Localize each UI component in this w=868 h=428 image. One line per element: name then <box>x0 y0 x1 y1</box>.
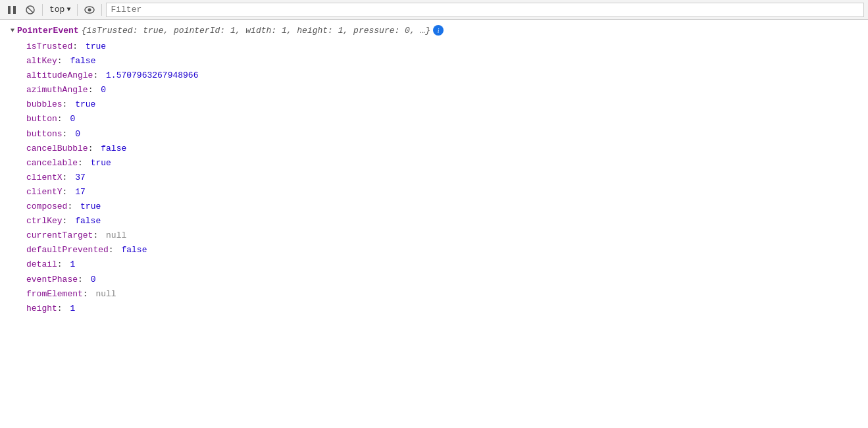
property-row: button: 0 <box>26 112 857 126</box>
property-row: altKey: false <box>26 54 857 68</box>
prop-value: 1.5707963267948966 <box>106 68 198 83</box>
prop-colon: : <box>93 228 103 243</box>
prop-name: clientX <box>26 171 63 185</box>
prop-name: currentTarget <box>26 228 93 243</box>
context-selector[interactable]: top ▼ <box>47 3 73 16</box>
property-row: composed: true <box>26 200 857 214</box>
svg-line-3 <box>28 7 33 13</box>
property-row: defaultPrevented: false <box>26 243 857 257</box>
prop-colon: : <box>63 97 73 112</box>
prop-colon: : <box>72 40 83 54</box>
prop-name: eventPhase <box>26 273 78 287</box>
prop-name: fromElement <box>26 287 83 302</box>
eye-button[interactable] <box>82 2 97 18</box>
prop-name: button <box>26 112 57 126</box>
prop-value: 0 <box>70 112 75 126</box>
prop-name: buttons <box>26 127 63 142</box>
prop-name: cancelBubble <box>26 142 88 156</box>
block-button[interactable] <box>22 2 38 18</box>
prop-value: 0 <box>101 83 106 97</box>
event-summary: {isTrusted: true, pointerId: 1, width: 1… <box>82 26 431 36</box>
info-badge[interactable]: i <box>433 25 444 36</box>
svg-point-5 <box>88 8 91 11</box>
property-row: azimuthAngle: 0 <box>26 83 857 97</box>
prop-name: composed <box>26 200 67 214</box>
svg-rect-1 <box>13 6 16 14</box>
property-row: ctrlKey: false <box>26 214 857 228</box>
property-row: height: 1 <box>26 302 857 316</box>
property-row: cancelBubble: false <box>26 142 857 156</box>
toolbar: top ▼ <box>0 0 868 20</box>
content-area: ▼ PointerEvent {isTrusted: true, pointer… <box>0 20 868 428</box>
expand-icon[interactable]: ▼ <box>11 27 14 34</box>
separator-1 <box>42 4 43 16</box>
prop-colon: : <box>67 200 78 214</box>
prop-name: height <box>26 302 57 316</box>
prop-value: false <box>75 214 101 228</box>
prop-colon: : <box>63 214 73 228</box>
prop-value: 0 <box>75 127 80 142</box>
context-label: top <box>49 5 64 14</box>
filter-input[interactable] <box>106 3 864 17</box>
property-row: altitudeAngle: 1.5707963267948966 <box>26 68 857 83</box>
prop-colon: : <box>78 156 88 171</box>
property-row: eventPhase: 0 <box>26 273 857 287</box>
prop-value: 1 <box>70 302 75 316</box>
separator-2 <box>77 4 78 16</box>
prop-value: null <box>106 228 126 243</box>
prop-colon: : <box>63 127 73 142</box>
prop-value: false <box>70 54 95 68</box>
dropdown-icon: ▼ <box>66 6 70 13</box>
prop-colon: : <box>57 302 68 316</box>
property-row: fromElement: null <box>26 287 857 302</box>
prop-name: detail <box>26 257 57 272</box>
prop-value: 0 <box>91 273 96 287</box>
event-header: ▼ PointerEvent {isTrusted: true, pointer… <box>11 25 857 36</box>
property-list: isTrusted: truealtKey: falsealtitudeAngl… <box>11 40 857 316</box>
prop-name: altitudeAngle <box>26 68 93 83</box>
prop-colon: : <box>109 243 119 257</box>
prop-name: altKey <box>26 54 57 68</box>
prop-colon: : <box>57 257 68 272</box>
prop-name: bubbles <box>26 97 63 112</box>
property-row: clientX: 37 <box>26 171 857 185</box>
prop-colon: : <box>57 112 68 126</box>
property-row: detail: 1 <box>26 257 857 272</box>
prop-value: 17 <box>75 185 86 200</box>
prop-name: cancelable <box>26 156 78 171</box>
prop-colon: : <box>88 142 99 156</box>
property-row: currentTarget: null <box>26 228 857 243</box>
prop-colon: : <box>63 171 73 185</box>
property-row: buttons: 0 <box>26 127 857 142</box>
prop-colon: : <box>78 273 88 287</box>
prop-name: azimuthAngle <box>26 83 88 97</box>
prop-colon: : <box>83 287 93 302</box>
prop-value: true <box>80 200 101 214</box>
play-button[interactable] <box>4 2 20 18</box>
prop-name: clientY <box>26 185 63 200</box>
prop-colon: : <box>93 68 103 83</box>
prop-value: true <box>91 156 111 171</box>
svg-rect-0 <box>8 6 11 14</box>
prop-value: 37 <box>75 171 86 185</box>
prop-name: ctrlKey <box>26 214 63 228</box>
prop-value: false <box>121 243 147 257</box>
prop-colon: : <box>88 83 99 97</box>
prop-value: 1 <box>70 257 75 272</box>
event-type: PointerEvent <box>17 26 79 36</box>
prop-name: isTrusted <box>26 40 72 54</box>
prop-value: false <box>101 142 126 156</box>
property-row: clientY: 17 <box>26 185 857 200</box>
prop-colon: : <box>63 185 73 200</box>
prop-name: defaultPrevented <box>26 243 109 257</box>
prop-colon: : <box>57 54 68 68</box>
prop-value: null <box>95 287 116 302</box>
property-row: isTrusted: true <box>26 40 857 54</box>
property-row: cancelable: true <box>26 156 857 171</box>
prop-value: true <box>75 97 95 112</box>
property-row: bubbles: true <box>26 97 857 112</box>
prop-value: true <box>86 40 106 54</box>
separator-3 <box>101 4 102 16</box>
